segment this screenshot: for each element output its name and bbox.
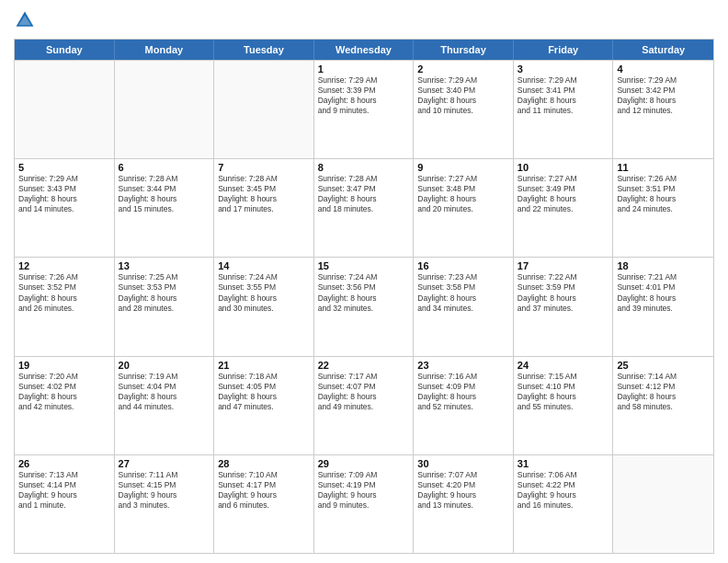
cell-line: Sunrise: 7:24 AM	[318, 272, 410, 282]
calendar-cell: 24Sunrise: 7:15 AMSunset: 4:10 PMDayligh…	[514, 357, 614, 454]
cell-line: Sunrise: 7:15 AM	[518, 372, 609, 382]
day-number: 9	[417, 162, 509, 173]
day-number: 13	[119, 260, 210, 271]
cell-line: Sunset: 3:58 PM	[417, 282, 509, 293]
cell-line: Sunset: 4:07 PM	[318, 382, 410, 392]
cell-line: Daylight: 8 hours	[518, 96, 609, 106]
cell-line: and 16 minutes.	[518, 500, 609, 511]
cell-line: Sunrise: 7:29 AM	[417, 75, 509, 86]
day-number: 29	[318, 458, 410, 469]
cell-line: Daylight: 8 hours	[218, 293, 310, 304]
day-number: 5	[18, 162, 110, 173]
cell-line: Sunrise: 7:29 AM	[18, 174, 110, 184]
calendar-header: SundayMondayTuesdayWednesdayThursdayFrid…	[15, 40, 713, 60]
calendar-cell: 6Sunrise: 7:28 AMSunset: 3:44 PMDaylight…	[115, 159, 215, 257]
cell-line: Sunset: 3:47 PM	[318, 184, 410, 194]
cell-line: and 32 minutes.	[318, 304, 410, 314]
calendar-cell: 28Sunrise: 7:10 AMSunset: 4:17 PMDayligh…	[214, 455, 314, 553]
cell-line: Sunrise: 7:10 AM	[218, 470, 310, 480]
cell-line: Sunrise: 7:26 AM	[617, 174, 710, 184]
weekday-header-tuesday: Tuesday	[214, 40, 314, 60]
cell-line: Sunrise: 7:27 AM	[417, 174, 509, 184]
calendar-cell	[214, 61, 314, 158]
day-number: 4	[617, 63, 710, 75]
cell-line: and 30 minutes.	[218, 304, 310, 314]
cell-line: Sunset: 4:15 PM	[119, 480, 210, 490]
calendar-cell: 16Sunrise: 7:23 AMSunset: 3:58 PMDayligh…	[414, 258, 514, 355]
cell-line: and 58 minutes.	[617, 402, 710, 412]
cell-line: Sunrise: 7:09 AM	[318, 470, 410, 480]
cell-line: Sunset: 3:49 PM	[518, 184, 609, 194]
cell-line: Sunset: 3:51 PM	[617, 184, 710, 194]
cell-line: Sunrise: 7:28 AM	[119, 174, 210, 184]
cell-line: Daylight: 8 hours	[318, 96, 410, 106]
day-number: 18	[617, 260, 710, 271]
cell-line: Sunrise: 7:19 AM	[119, 372, 210, 382]
cell-line: Daylight: 8 hours	[18, 392, 110, 402]
day-number: 25	[617, 360, 710, 371]
day-number: 31	[518, 458, 609, 469]
calendar-cell: 13Sunrise: 7:25 AMSunset: 3:53 PMDayligh…	[115, 258, 215, 355]
day-number: 12	[18, 260, 110, 271]
cell-line: Sunset: 4:02 PM	[18, 382, 110, 392]
calendar-body: 1Sunrise: 7:29 AMSunset: 3:39 PMDaylight…	[15, 60, 713, 553]
cell-line: Daylight: 8 hours	[617, 392, 710, 402]
cell-line: and 15 minutes.	[119, 204, 210, 214]
cell-line: Sunset: 4:04 PM	[119, 382, 210, 392]
cell-line: and 6 minutes.	[218, 500, 310, 511]
cell-line: Daylight: 9 hours	[417, 490, 509, 500]
cell-line: Daylight: 8 hours	[119, 293, 210, 304]
calendar-cell: 9Sunrise: 7:27 AMSunset: 3:48 PMDaylight…	[414, 159, 514, 257]
day-number: 6	[119, 162, 210, 173]
cell-line: Sunset: 4:22 PM	[518, 480, 609, 490]
day-number: 19	[18, 360, 110, 371]
cell-line: and 49 minutes.	[318, 402, 410, 412]
cell-line: and 44 minutes.	[119, 402, 210, 412]
calendar-cell: 19Sunrise: 7:20 AMSunset: 4:02 PMDayligh…	[15, 357, 115, 454]
cell-line: Sunset: 4:01 PM	[617, 282, 710, 293]
cell-line: Daylight: 8 hours	[119, 392, 210, 402]
weekday-header-saturday: Saturday	[613, 40, 713, 60]
cell-line: Sunset: 4:10 PM	[518, 382, 609, 392]
cell-line: Sunset: 3:56 PM	[318, 282, 410, 293]
calendar-row-5: 26Sunrise: 7:13 AMSunset: 4:14 PMDayligh…	[15, 454, 713, 553]
cell-line: Daylight: 9 hours	[218, 490, 310, 500]
cell-line: and 10 minutes.	[417, 106, 509, 116]
weekday-header-sunday: Sunday	[15, 40, 115, 60]
cell-line: Sunset: 4:17 PM	[218, 480, 310, 490]
calendar-cell: 1Sunrise: 7:29 AMSunset: 3:39 PMDaylight…	[314, 61, 415, 158]
cell-line: and 22 minutes.	[518, 204, 609, 214]
cell-line: Sunrise: 7:25 AM	[119, 272, 210, 282]
calendar-row-4: 19Sunrise: 7:20 AMSunset: 4:02 PMDayligh…	[15, 356, 713, 454]
cell-line: and 28 minutes.	[119, 304, 210, 314]
cell-line: and 52 minutes.	[417, 402, 509, 412]
cell-line: Daylight: 8 hours	[417, 293, 509, 304]
day-number: 7	[218, 162, 310, 173]
cell-line: Sunrise: 7:29 AM	[617, 75, 710, 86]
cell-line: and 37 minutes.	[518, 304, 609, 314]
cell-line: and 42 minutes.	[18, 402, 110, 412]
cell-line: Daylight: 9 hours	[18, 490, 110, 500]
calendar-row-1: 1Sunrise: 7:29 AMSunset: 3:39 PMDaylight…	[15, 60, 713, 158]
calendar-cell: 29Sunrise: 7:09 AMSunset: 4:19 PMDayligh…	[314, 455, 415, 553]
calendar-cell: 31Sunrise: 7:06 AMSunset: 4:22 PMDayligh…	[514, 455, 614, 553]
cell-line: Daylight: 9 hours	[318, 490, 410, 500]
calendar-cell: 5Sunrise: 7:29 AMSunset: 3:43 PMDaylight…	[15, 159, 115, 257]
calendar-cell: 8Sunrise: 7:28 AMSunset: 3:47 PMDaylight…	[314, 159, 415, 257]
calendar-cell: 10Sunrise: 7:27 AMSunset: 3:49 PMDayligh…	[514, 159, 614, 257]
cell-line: Sunset: 4:14 PM	[18, 480, 110, 490]
cell-line: Sunset: 3:39 PM	[318, 86, 410, 96]
cell-line: Daylight: 8 hours	[518, 194, 609, 204]
cell-line: Sunrise: 7:18 AM	[218, 372, 310, 382]
cell-line: Sunset: 4:12 PM	[617, 382, 710, 392]
calendar-cell: 18Sunrise: 7:21 AMSunset: 4:01 PMDayligh…	[613, 258, 713, 355]
cell-line: Sunrise: 7:07 AM	[417, 470, 509, 480]
cell-line: Sunrise: 7:11 AM	[119, 470, 210, 480]
cell-line: and 39 minutes.	[617, 304, 710, 314]
cell-line: Sunrise: 7:06 AM	[518, 470, 609, 480]
cell-line: Sunrise: 7:22 AM	[518, 272, 609, 282]
cell-line: and 9 minutes.	[318, 500, 410, 511]
cell-line: Daylight: 8 hours	[617, 194, 710, 204]
cell-line: and 11 minutes.	[518, 106, 609, 116]
cell-line: and 9 minutes.	[318, 106, 410, 116]
